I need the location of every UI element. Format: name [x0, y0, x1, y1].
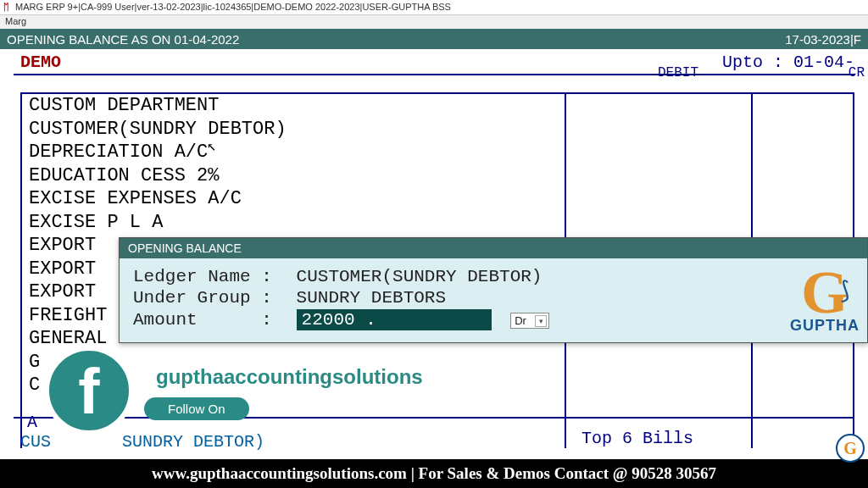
ledger-row[interactable]: EXCISE P L A [22, 211, 853, 235]
facebook-overlay: f gupthaaccountingsolutions Follow On [44, 346, 435, 435]
screen-header: OPENING BALANCE AS ON 01-04-2022 17-03-2… [0, 29, 868, 49]
corner-brand-badge: G [836, 434, 865, 463]
ledger-row[interactable]: DEPRECIATION A/C [22, 141, 853, 164]
screen-title: OPENING BALANCE AS ON 01-04-2022 [7, 32, 239, 47]
menu-item-marg[interactable]: Marg [5, 16, 26, 26]
amount-input[interactable]: 22000 . [297, 309, 492, 330]
company-name: DEMO [20, 53, 61, 72]
brand-wing-icon: ⟆ [837, 276, 852, 305]
header-date: 17-03-2023|F [785, 32, 861, 47]
ledger-row[interactable]: EDUCATION CESS 2% [22, 164, 853, 188]
footer-text: www.gupthaaccountingsolutions.com | For … [152, 464, 716, 483]
menu-bar[interactable]: Marg [0, 15, 868, 29]
window-title-bar: ᛖ MARG ERP 9+|CA-999 User|ver-13-02-2023… [0, 0, 868, 15]
divider [14, 74, 854, 75]
ledger-name-value: CUSTOMER(SUNDRY DEBTOR) [297, 267, 542, 286]
ledger-row[interactable]: CUSTOMER(SUNDRY DEBTOR) [22, 118, 853, 141]
selected-ledger-prefix: A [27, 413, 37, 432]
ledger-name-label: Ledger Name : [133, 267, 286, 286]
col-credit: CR [849, 65, 865, 80]
under-group-label: Under Group : [133, 288, 286, 308]
chevron-down-icon[interactable]: ▾ [535, 315, 547, 327]
ledger-row[interactable]: EXCISE EXPENSES A/C [22, 187, 853, 211]
drcr-select[interactable]: Dr ▾ [510, 313, 549, 329]
follow-button[interactable]: Follow On [144, 397, 249, 420]
under-group-value: SUNDRY DEBTORS [297, 288, 446, 308]
upto-date: Upto : 01-04- [722, 53, 854, 72]
drcr-value: Dr [515, 314, 526, 327]
ledger-row[interactable]: CUSTOM DEPARTMENT [22, 94, 853, 118]
opening-balance-dialog: OPENING BALANCE Ledger Name : CUSTOMER(S… [119, 237, 868, 343]
top-bills-label: Top 6 Bills [581, 429, 693, 448]
facebook-handle[interactable]: gupthaaccountingsolutions [144, 362, 435, 392]
col-debit: DEBIT [658, 65, 698, 80]
app-logo-icon: ᛖ [3, 2, 9, 12]
brand-watermark: G ⟆ GUPTHA [790, 271, 860, 335]
footer-strip: www.gupthaaccountingsolutions.com | For … [0, 459, 868, 488]
dialog-title: OPENING BALANCE [120, 238, 867, 258]
facebook-icon[interactable]: f [44, 346, 134, 435]
window-title: MARG ERP 9+|CA-999 User|ver-13-02-2023|l… [15, 2, 451, 12]
amount-label: Amount : [133, 310, 286, 330]
